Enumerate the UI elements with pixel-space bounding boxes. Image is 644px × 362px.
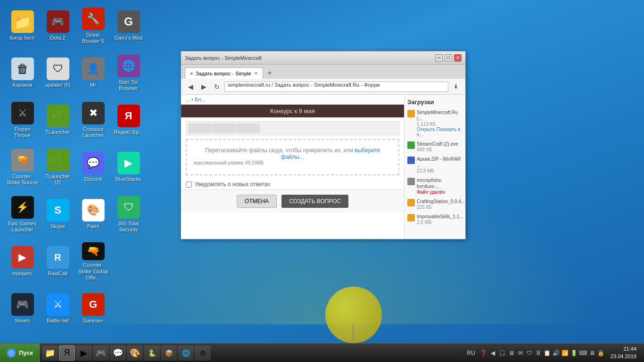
tab-close-button[interactable]: ✕: [254, 71, 258, 76]
tray-app1-icon[interactable]: B: [535, 349, 542, 357]
taskbar-app-game[interactable]: 🎮: [93, 346, 109, 361]
discord-icon: 💬: [82, 152, 105, 174]
notification-arrow-icon[interactable]: ◀: [489, 349, 497, 357]
desktop-icon-yandex[interactable]: Я Яндекс.Бр...: [111, 99, 146, 141]
garrys-icon: G: [117, 10, 140, 33]
crossout-icon: ✖: [82, 102, 105, 124]
paint-icon: 🎨: [82, 199, 105, 222]
download-details-5: CraftingStation_0.0.4... 225 КБ: [417, 198, 465, 210]
desktop-icon-tlauncher2[interactable]: 🌿 TLauncher (2): [40, 146, 75, 189]
taskbar-app-discord[interactable]: 💬: [110, 346, 126, 361]
desktop-icon-dota2[interactable]: 🎮 Dota 2: [40, 5, 75, 47]
download-icon-2: [407, 141, 415, 149]
desktop-icon-folder[interactable]: 📁 Билд батл: [5, 5, 40, 47]
url-bar[interactable]: simpleminecraft.ru / Задать вопрос - Sim…: [224, 82, 448, 92]
desktop-icon-cs-source[interactable]: 🔫 Counter-Strike Source: [5, 146, 40, 189]
icon-label-torbrowser: Start Tor Browser: [113, 79, 144, 91]
taskbar-app-browser[interactable]: 🌐: [178, 346, 194, 361]
tray-battery-icon[interactable]: 🔋: [570, 349, 578, 357]
downloads-toggle[interactable]: ⬇: [450, 81, 462, 92]
folder-icon: 📁: [11, 10, 34, 33]
back-button[interactable]: ◀: [185, 81, 196, 92]
breadcrumb-link-1[interactable]: ... • Бл...: [186, 97, 206, 102]
download-name-4: mrcrayfishs-furniture-...: [417, 177, 462, 189]
notify-checkbox-row: Уведомлять о новых ответах: [181, 179, 404, 189]
taskbar-app-settings[interactable]: ⚙: [195, 346, 211, 361]
maximize-button[interactable]: □: [445, 54, 452, 62]
taskbar-app-yandex[interactable]: Я: [59, 346, 75, 361]
desktop-icon-raidcall[interactable]: R RaidCall: [40, 240, 75, 283]
icon-label-mr: Mr: [90, 82, 96, 88]
desktop-icon-paint[interactable]: 🎨 Paint: [75, 193, 111, 236]
tray-headset-icon[interactable]: 🎧: [499, 349, 506, 357]
download-size-1: 1 113 КБ: [417, 122, 462, 127]
browser-titlebar: Задать вопрос - SimpleMinecraft ─ □ ✕: [181, 51, 465, 65]
start-button[interactable]: Пуск: [0, 344, 40, 362]
tray-language2-icon[interactable]: ⌨: [579, 349, 587, 357]
tray-app2-icon[interactable]: 📋: [544, 349, 551, 357]
download-size-3: 23,8 МБ: [417, 168, 462, 173]
file-drop-zone[interactable]: Перетаскивайте файлы сюда, чтобы прикреп…: [186, 139, 399, 175]
download-item-4: mrcrayfishs-furniture-... Файл удалён: [407, 177, 462, 195]
desktop-icon-updater[interactable]: 🛡 updater (6): [40, 52, 75, 94]
toolbar-btn-2[interactable]: [212, 123, 236, 133]
active-tab[interactable]: ■ Задать вопрос - Simple ✕: [185, 67, 263, 79]
desktop-icon-tlauncher[interactable]: 🌿 TLauncher: [40, 99, 75, 141]
garena-icon: G: [82, 293, 105, 316]
help-icon[interactable]: ❓: [480, 349, 487, 357]
taskbar-app-explorer[interactable]: 📁: [42, 346, 58, 361]
desktop-icon-driverbooster[interactable]: 🔧 Driver Booster 5: [75, 5, 111, 47]
desktop-icon-steam[interactable]: 🎮 Steam: [5, 288, 40, 330]
icon-label-battlenet: Battle.net: [47, 318, 68, 324]
taskbar-app-python[interactable]: 🐍: [144, 346, 160, 361]
tray-mail-icon[interactable]: ✉: [517, 349, 524, 357]
desktop-icon-recycle[interactable]: 🗑 Корзина: [5, 52, 40, 94]
desktop-icon-bluestacks[interactable]: ▶ BlueStacks: [111, 146, 146, 189]
cs-source-icon: 🔫: [11, 149, 34, 172]
desktop-icon-mr[interactable]: 👤 Mr: [75, 52, 111, 94]
desktop-icon-mplayerc[interactable]: ▶ mplayerc: [5, 240, 40, 283]
forward-button[interactable]: ▶: [198, 81, 209, 92]
desktop-icon-garena[interactable]: G Garena+: [75, 288, 111, 330]
desktop-icon-garrys[interactable]: G Garry's Mod: [111, 5, 146, 47]
desktop-icon-crossout[interactable]: ✖ Crossout Launcher: [75, 99, 111, 141]
desktop-icon-skype[interactable]: S Skype: [40, 193, 75, 236]
tray-display-icon[interactable]: 🖥: [588, 349, 596, 357]
desktop-icon-epic[interactable]: ⚡ Epic Games Launcher: [5, 193, 40, 236]
create-question-button[interactable]: СОЗДАТЬ ВОПРОС: [281, 195, 348, 208]
taskbar-app-media[interactable]: ▶: [76, 346, 92, 361]
tray-wifi-icon[interactable]: 📶: [561, 349, 569, 357]
download-size-5: 225 КБ: [417, 205, 465, 210]
desktop-icon-csgo[interactable]: 🔫 Counter-Strike Global Offe...: [75, 240, 111, 283]
downloads-title: Загрузки: [407, 99, 462, 106]
tray-antivirus-icon[interactable]: 🛡: [526, 349, 533, 357]
balloon-string: [353, 324, 354, 343]
notify-checkbox[interactable]: [186, 181, 192, 188]
dota2-icon: 🎮: [47, 10, 69, 33]
download-open-1[interactable]: Открыть: [417, 127, 435, 132]
icon-label-cs-source: Counter-Strike Source: [7, 173, 38, 186]
desktop-icon-battlenet[interactable]: ⚔ Battle.net: [40, 288, 75, 330]
desktop-icon-frozenthrone[interactable]: ⚔ Frozen Throne: [5, 99, 40, 141]
close-button[interactable]: ✕: [454, 54, 462, 62]
reload-button[interactable]: ↻: [211, 81, 223, 92]
taskbar-app-paint2[interactable]: 🎨: [127, 346, 143, 361]
browser-main-content: ... • Бл... Конкурс к 9 мая Перетаскивай…: [181, 95, 404, 239]
cancel-button[interactable]: ОТМЕНА: [237, 195, 277, 208]
empty-cell: [111, 240, 146, 283]
downloads-panel: Загрузки SimpleMinecraft.Ru (... 1 113 К…: [404, 95, 465, 239]
minimize-button[interactable]: ─: [435, 54, 443, 62]
tray-security2-icon[interactable]: 🔒: [597, 349, 605, 357]
tray-network-icon[interactable]: 🖥: [508, 349, 515, 357]
download-item-5: CraftingStation_0.0.4... 225 КБ: [407, 198, 462, 210]
toolbar-btn-3[interactable]: [236, 123, 260, 133]
clock: 21:44 23.04.2019: [607, 346, 640, 360]
tray-volume-icon[interactable]: 🔊: [553, 349, 560, 357]
desktop-icon-torbrowser[interactable]: 🌐 Start Tor Browser: [111, 52, 146, 94]
desktop-icon-discord[interactable]: 💬 Discord: [75, 146, 111, 189]
new-tab-button[interactable]: +: [264, 67, 275, 79]
desktop-icon-360[interactable]: 🛡 360 Total Security: [111, 193, 146, 236]
taskbar-app-minecraft[interactable]: 📦: [161, 346, 177, 361]
toolbar-btn-1[interactable]: [188, 123, 212, 133]
browser-tabs-bar: ■ Задать вопрос - Simple ✕ +: [181, 65, 465, 79]
